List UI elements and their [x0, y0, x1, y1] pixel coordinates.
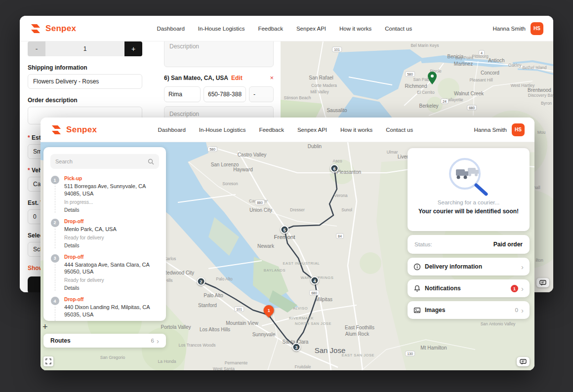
routes-bar[interactable]: Routes 6 ›	[43, 334, 166, 348]
notifications-card[interactable]: Notifications 1 ›	[408, 279, 530, 297]
chevron-right-icon: ›	[521, 307, 524, 314]
contact-ext-input[interactable]	[249, 86, 274, 102]
map-label: Mou	[537, 130, 546, 135]
app-header: Senpex DashboardIn-House LogisticsFeedba…	[20, 16, 553, 41]
user-box: Hanna Smith HS	[474, 123, 525, 136]
senpex-logo[interactable]: Senpex	[30, 23, 76, 35]
quantity-decrease-button[interactable]: -	[28, 41, 45, 56]
map-label: Mt Hamilton	[420, 345, 447, 351]
map-label: Discovery Bay	[528, 93, 553, 98]
map-label: Castro Valley	[238, 152, 267, 157]
road-shield: 4	[479, 50, 485, 56]
nav-link[interactable]: Dashboard	[157, 26, 185, 32]
main-nav: DashboardIn-House LogisticsFeedbackSenpe…	[76, 26, 492, 32]
route-stop-marker[interactable]: 6	[330, 164, 339, 173]
route-map[interactable]: DublinCastro ValleyUlmarLivermoreSan Lor…	[41, 142, 534, 370]
chevron-right-icon: ›	[521, 263, 524, 271]
map-label: Verona	[334, 193, 348, 198]
route-stop-item[interactable]: 4 Drop-off 440 Dixon Landing Rd, Milpita…	[50, 297, 159, 321]
delivery-information-card[interactable]: Delivery information ›	[408, 258, 530, 275]
user-name: Hanna Smith	[493, 26, 526, 32]
courier-search-illustration	[439, 155, 498, 197]
map-label: Los Altos Hills	[200, 327, 230, 332]
route-stop-marker[interactable]: 2	[197, 277, 205, 286]
route-stop-item[interactable]: 1 Pick-up 511 Borregas Ave, Sunnyvale, C…	[50, 176, 159, 219]
nav-link[interactable]: Dashboard	[158, 127, 186, 133]
stop-details-link[interactable]: Details	[64, 243, 117, 248]
map-label: San Antonio Valley	[481, 321, 516, 326]
map-label: Asco	[333, 158, 342, 163]
timeline-connector	[55, 186, 55, 213]
nav-link[interactable]: In-House Logistics	[199, 127, 246, 133]
nav-link[interactable]: In-House Logistics	[198, 26, 245, 32]
quantity-increase-button[interactable]: +	[124, 41, 142, 56]
map-label: Oakley	[508, 63, 521, 68]
route-stop-marker[interactable]: 3	[292, 343, 301, 352]
quantity-value: 1	[45, 41, 124, 56]
map-label: Portola Valley	[161, 324, 191, 330]
destination-pin[interactable]	[428, 72, 437, 86]
stop-description-textarea[interactable]	[164, 39, 274, 67]
order-status-panel: Searching for a courier... Your courier …	[408, 148, 530, 319]
contact-name-input[interactable]	[164, 86, 201, 102]
contact-phone-input[interactable]	[204, 86, 246, 102]
map-label: hall	[533, 185, 540, 190]
chevron-right-icon: ›	[157, 337, 159, 345]
nav-link[interactable]: Senpex API	[297, 127, 327, 133]
road-shield: 84	[336, 234, 344, 239]
notifications-label: Notifications	[425, 285, 461, 292]
timeline-connector	[55, 229, 55, 248]
road-shield: 101	[234, 307, 244, 312]
nav-link[interactable]: Senpex API	[296, 26, 326, 32]
senpex-logo-icon	[30, 23, 41, 35]
route-stop-item[interactable]: 2 Drop-off Menlo Park, CA, USA Ready for…	[50, 219, 159, 254]
quantity-stepper: - 1 +	[28, 41, 142, 56]
nav-link[interactable]: Contact us	[385, 26, 412, 32]
map-label: Mill Valley	[310, 89, 329, 94]
senpex-logo[interactable]: Senpex	[50, 124, 97, 136]
stop-details-link[interactable]: Details	[64, 207, 153, 213]
shipping-info-input[interactable]	[28, 74, 142, 89]
nav-link[interactable]: How it works	[340, 127, 372, 133]
shipping-info-label: Shipping information	[28, 64, 162, 71]
map-label: El Cerrito	[417, 90, 434, 95]
zoom-in-control[interactable]: +	[42, 322, 48, 332]
map-label: Redwood City	[164, 270, 194, 275]
stop-details-link[interactable]: Details	[64, 285, 153, 291]
map-label: Newark	[257, 243, 274, 249]
map-label: Walnut Creek	[454, 91, 484, 96]
stop-address: 440 Dixon Landing Rd, Milpitas, CA 95035…	[64, 304, 153, 318]
map-label: EAST INDUSTRIAL	[283, 261, 320, 266]
nav-link[interactable]: Feedback	[259, 127, 284, 133]
map-label: San Rafael	[309, 75, 333, 80]
search-input[interactable]	[55, 158, 148, 164]
stop-address: 444 Saratoga Ave, Santa Clara, CA 95050,…	[64, 261, 153, 276]
nav-link[interactable]: How it works	[339, 26, 371, 32]
chat-button[interactable]	[536, 278, 549, 287]
user-avatar[interactable]: HS	[531, 22, 543, 35]
images-card[interactable]: Images 0 ›	[408, 301, 530, 319]
route-stop-marker[interactable]: 4	[311, 276, 319, 285]
route-stop-marker[interactable]: 5	[281, 226, 289, 234]
chevron-right-icon: ›	[521, 285, 524, 292]
nav-link[interactable]: Contact us	[386, 127, 413, 133]
map-label: Stanford	[198, 303, 217, 308]
user-avatar[interactable]: HS	[512, 123, 525, 136]
map-label: Pleasanton	[336, 169, 361, 175]
stop-number-badge: 4	[51, 297, 59, 305]
routes-count: 6	[151, 338, 154, 344]
route-stop-item[interactable]: 3 Drop-off 444 Saratoga Ave, Santa Clara…	[50, 254, 159, 297]
status-label: Status:	[414, 241, 432, 247]
chat-button[interactable]	[517, 357, 530, 366]
remove-stop-button[interactable]: ×	[270, 74, 274, 81]
map-label: Palo Alto	[204, 293, 223, 298]
nav-link[interactable]: Feedback	[258, 26, 283, 32]
map-label: Soreson	[222, 181, 238, 186]
stop-header: 6) San Mateo, CA, USA Edit ×	[164, 74, 274, 81]
fullscreen-control[interactable]	[43, 356, 53, 366]
map-label: Union City	[249, 207, 272, 213]
edit-stop-link[interactable]: Edit	[231, 75, 243, 81]
main-nav: DashboardIn-House LogisticsFeedbackSenpe…	[97, 127, 474, 133]
map-label: Mountain View	[226, 320, 258, 326]
search-box[interactable]	[50, 154, 159, 169]
